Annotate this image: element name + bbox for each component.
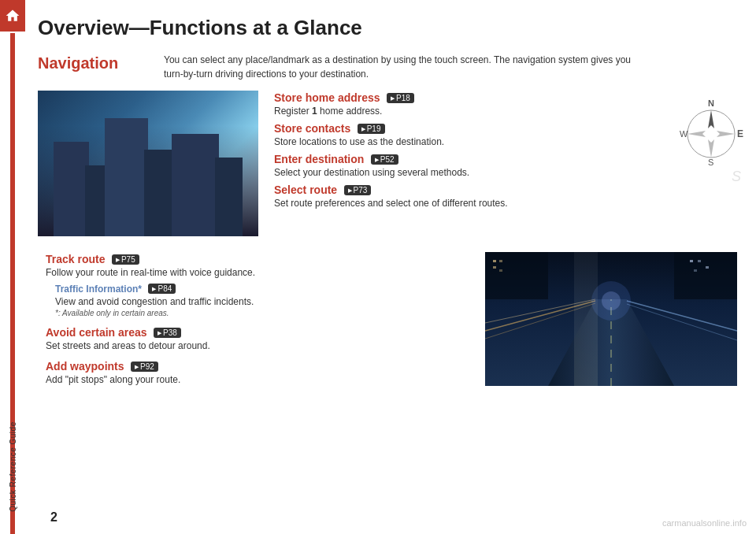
road-svg (485, 252, 737, 386)
feature-select-route: Select route P73 Set route preferences a… (274, 183, 737, 209)
svg-rect-27 (706, 266, 709, 269)
nav-header: Navigation You can select any place/land… (38, 53, 737, 81)
traffic-info-desc: View and avoid congestion and traffic in… (46, 296, 469, 307)
traffic-info-item: Traffic Information* P84 View and avoid … (46, 281, 469, 317)
traffic-info-note: *: Available only in certain areas. (46, 309, 469, 317)
feature-desc-select-route: Set route preferences and select one of … (274, 198, 737, 209)
svg-rect-17 (485, 252, 548, 299)
feature-desc-store-contacts: Store locations to use as the destinatio… (274, 136, 737, 147)
features-list: Store home address P18 Register 1 home a… (274, 91, 737, 236)
page-badge-p38: P38 (154, 328, 181, 338)
sidebar: Quick Reference Guide (0, 0, 25, 534)
feature-store-home: Store home address P18 Register 1 home a… (274, 91, 737, 117)
compass-rose: E N S W S (678, 83, 745, 185)
watermark: carmanualsonline.info (662, 518, 747, 528)
sidebar-label: Quick Reference Guide (9, 421, 17, 511)
svg-point-20 (602, 291, 621, 310)
building-image (38, 91, 258, 236)
feature-title-select-route: Select route (274, 184, 337, 196)
svg-marker-1 (708, 110, 714, 128)
svg-rect-24 (499, 269, 502, 272)
feature-track-route: Track route P75 Follow your route in rea… (46, 252, 469, 317)
svg-rect-21 (493, 260, 496, 262)
feature-desc-avoid-areas: Set streets and areas to detour around. (46, 340, 469, 351)
svg-marker-3 (717, 131, 735, 137)
feature-title-enter-dest: Enter destination (274, 153, 364, 165)
feature-add-waypoints: Add waypoints P92 Add "pit stops" along … (46, 359, 469, 385)
compass-area: E N S W S (678, 83, 745, 188)
feature-desc-add-waypoints: Add "pit stops" along your route. (46, 374, 469, 385)
svg-rect-22 (499, 260, 502, 262)
feature-store-contacts: Store contacts P19 Store locations to us… (274, 121, 737, 147)
page-badge-p84: P84 (148, 284, 176, 294)
page-badge-p19: P19 (358, 124, 385, 134)
svg-marker-2 (708, 139, 714, 158)
feature-enter-destination: Enter destination P52 Select your destin… (274, 152, 737, 178)
page-badge-p52: P52 (371, 154, 398, 165)
svg-text:W: W (680, 129, 688, 139)
nav-description: You can select any place/landmark as a d… (164, 53, 737, 81)
svg-rect-26 (698, 260, 701, 262)
page-badge-p73: P73 (344, 185, 372, 195)
bottom-section: Track route P75 Follow your route in rea… (38, 252, 737, 393)
feature-title-store-home: Store home address (274, 91, 380, 104)
svg-rect-23 (493, 266, 496, 269)
feature-title-add-waypoints: Add waypoints (46, 360, 124, 373)
svg-rect-18 (674, 252, 737, 299)
svg-text:S: S (732, 169, 741, 184)
feature-avoid-areas: Avoid certain areas P38 Set streets and … (46, 325, 469, 351)
page-badge-p92: P92 (131, 362, 158, 372)
nav-label: Navigation (38, 53, 164, 72)
svg-marker-5 (687, 131, 706, 137)
feature-title-track-route: Track route (46, 253, 105, 265)
traffic-info-title: Traffic Information* (46, 284, 142, 295)
feature-desc-store-home: Register 1 home address. (274, 106, 737, 117)
page-title: Overview—Functions at a Glance (38, 16, 737, 40)
feature-desc-track-route: Follow your route in real-time with voic… (46, 267, 469, 278)
svg-text:E: E (737, 128, 743, 139)
svg-rect-25 (690, 260, 693, 262)
svg-text:S: S (708, 158, 713, 167)
feature-desc-enter-dest: Select your destination using several me… (274, 167, 737, 178)
feature-title-store-contacts: Store contacts (274, 122, 350, 135)
page-badge-p18: P18 (387, 93, 414, 103)
svg-rect-28 (694, 269, 697, 272)
road-image (485, 252, 737, 386)
home-icon (5, 8, 20, 24)
home-button[interactable] (0, 0, 25, 32)
page-number: 2 (50, 510, 57, 525)
page-badge-p75: P75 (112, 254, 139, 265)
svg-text:N: N (708, 98, 714, 108)
top-content: Store home address P18 Register 1 home a… (38, 91, 737, 236)
bottom-features: Track route P75 Follow your route in rea… (38, 252, 469, 393)
main-content: Overview—Functions at a Glance Navigatio… (25, 0, 756, 534)
feature-title-avoid-areas: Avoid certain areas (46, 326, 147, 339)
